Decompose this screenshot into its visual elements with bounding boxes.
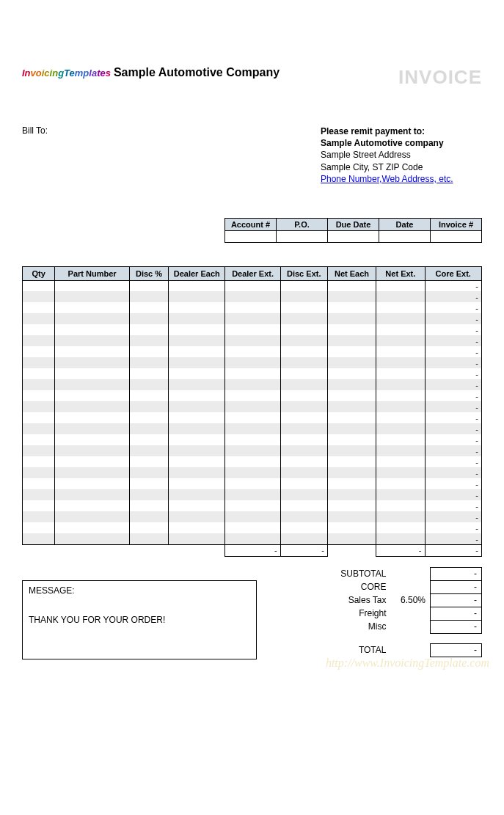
table-cell bbox=[280, 390, 327, 401]
table-cell bbox=[280, 302, 327, 313]
table-cell bbox=[280, 423, 327, 434]
table-cell bbox=[169, 533, 225, 544]
table-cell bbox=[225, 313, 280, 324]
table-cell: - bbox=[425, 390, 481, 401]
table-cell bbox=[55, 335, 130, 346]
table-cell bbox=[280, 346, 327, 357]
table-cell bbox=[23, 478, 55, 489]
table-cell bbox=[129, 522, 168, 533]
remit-company: Sample Automotive company bbox=[321, 137, 482, 149]
meta-col-invoice: Invoice # bbox=[431, 218, 482, 230]
table-cell bbox=[225, 467, 280, 478]
table-cell bbox=[327, 445, 376, 456]
table-cell bbox=[376, 313, 425, 324]
table-cell bbox=[376, 478, 425, 489]
table-cell bbox=[55, 324, 130, 335]
table-cell bbox=[280, 313, 327, 324]
table-row: - bbox=[23, 368, 482, 379]
table-cell bbox=[280, 280, 327, 291]
table-cell: - bbox=[425, 401, 481, 412]
table-cell: - bbox=[425, 423, 481, 434]
table-cell bbox=[129, 533, 168, 544]
table-cell bbox=[169, 478, 225, 489]
table-cell bbox=[327, 280, 376, 291]
table-cell bbox=[129, 445, 168, 456]
table-row: - bbox=[23, 456, 482, 467]
meta-col-date: Date bbox=[379, 218, 431, 230]
table-cell bbox=[225, 423, 280, 434]
table-cell: - bbox=[425, 280, 481, 291]
totals-subtotal-row: SUBTOTAL - bbox=[310, 567, 482, 580]
remit-contact-link[interactable]: Phone Number,Web Address, etc. bbox=[321, 174, 453, 184]
table-cell bbox=[376, 467, 425, 478]
table-row: - bbox=[23, 533, 482, 544]
items-col-net-each: Net Each bbox=[327, 266, 376, 280]
table-cell bbox=[225, 478, 280, 489]
table-cell bbox=[55, 467, 130, 478]
table-row: - bbox=[23, 357, 482, 368]
header: InvoicingTemplates Sample Automotive Com… bbox=[22, 66, 482, 89]
table-cell: - bbox=[425, 313, 481, 324]
table-cell bbox=[376, 324, 425, 335]
table-cell: - bbox=[425, 445, 481, 456]
items-col-core-ext: Core Ext. bbox=[425, 266, 481, 280]
table-cell bbox=[55, 511, 130, 522]
table-cell bbox=[23, 467, 55, 478]
table-cell bbox=[55, 478, 130, 489]
items-col-dealer-each: Dealer Each bbox=[169, 266, 225, 280]
table-cell bbox=[225, 302, 280, 313]
subtotal-value: - bbox=[431, 567, 482, 580]
table-cell bbox=[327, 390, 376, 401]
table-cell bbox=[280, 445, 327, 456]
table-cell: - bbox=[425, 489, 481, 500]
table-cell bbox=[327, 302, 376, 313]
table-cell bbox=[129, 324, 168, 335]
table-cell bbox=[23, 324, 55, 335]
table-cell bbox=[327, 467, 376, 478]
table-cell bbox=[129, 511, 168, 522]
table-cell bbox=[55, 423, 130, 434]
meta-table: Account # P.O. Due Date Date Invoice # bbox=[224, 218, 482, 243]
table-row: - bbox=[23, 478, 482, 489]
table-cell: - bbox=[425, 467, 481, 478]
core-value: - bbox=[431, 580, 482, 593]
invoice-page: InvoicingTemplates Sample Automotive Com… bbox=[0, 0, 504, 674]
table-cell bbox=[225, 390, 280, 401]
col-total-core-ext: - bbox=[425, 544, 481, 556]
table-row: - bbox=[23, 489, 482, 500]
table-cell bbox=[169, 434, 225, 445]
table-row: - bbox=[23, 346, 482, 357]
table-cell: - bbox=[425, 335, 481, 346]
table-cell bbox=[55, 401, 130, 412]
table-cell bbox=[129, 379, 168, 390]
table-cell bbox=[376, 390, 425, 401]
table-cell bbox=[327, 511, 376, 522]
table-cell bbox=[55, 291, 130, 302]
billto-remit-row: Bill To: Please remit payment to: Sample… bbox=[22, 125, 482, 185]
table-cell bbox=[129, 489, 168, 500]
table-cell bbox=[55, 368, 130, 379]
table-cell bbox=[376, 489, 425, 500]
table-cell bbox=[129, 280, 168, 291]
table-cell: - bbox=[425, 511, 481, 522]
col-total-disc-ext: - bbox=[280, 544, 327, 556]
meta-val-date bbox=[379, 230, 431, 242]
table-cell bbox=[280, 478, 327, 489]
table-cell bbox=[23, 379, 55, 390]
meta-value-row bbox=[225, 230, 482, 242]
table-cell bbox=[23, 357, 55, 368]
table-cell bbox=[327, 478, 376, 489]
table-cell bbox=[169, 324, 225, 335]
table-cell bbox=[280, 335, 327, 346]
misc-label: Misc bbox=[310, 620, 391, 633]
col-total-net-ext: - bbox=[376, 544, 425, 556]
table-cell bbox=[23, 489, 55, 500]
table-cell bbox=[23, 390, 55, 401]
table-cell bbox=[129, 478, 168, 489]
table-row: - bbox=[23, 335, 482, 346]
table-cell bbox=[327, 500, 376, 511]
items-col-part: Part Number bbox=[55, 266, 130, 280]
items-col-qty: Qty bbox=[23, 266, 55, 280]
table-cell bbox=[376, 445, 425, 456]
table-cell bbox=[169, 291, 225, 302]
